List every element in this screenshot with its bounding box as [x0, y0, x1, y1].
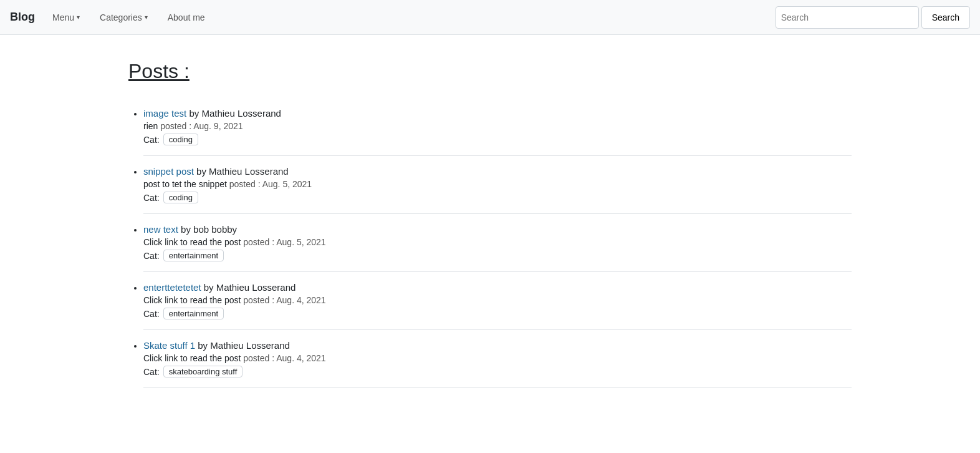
post-cat-line: Cat: skateboarding stuff [143, 366, 852, 378]
post-title-link[interactable]: snippet post [143, 166, 194, 177]
post-title-line: Skate stuff 1 by Mathieu Losserand [143, 340, 852, 351]
post-description: rien [143, 121, 158, 131]
navbar: Blog Menu ▾ Categories ▾ About me Search [0, 0, 980, 35]
menu-dropdown[interactable]: Menu ▾ [45, 7, 87, 27]
post-description-line: post to tet the snippet posted : Aug. 5,… [143, 179, 852, 189]
cat-label: Cat: [143, 135, 160, 145]
page-title: Posts : [128, 60, 852, 83]
search-button[interactable]: Search [921, 6, 970, 29]
post-author: by Mathieu Losserand [196, 166, 289, 177]
list-item: Skate stuff 1 by Mathieu Losserand Click… [143, 330, 852, 388]
post-title-link[interactable]: image test [143, 108, 186, 119]
post-cat-line: Cat: coding [143, 192, 852, 203]
post-date: posted : Aug. 9, 2021 [160, 121, 243, 131]
post-description: post to tet the snippet [143, 179, 227, 189]
post-description: Click link to read the post [143, 295, 241, 305]
about-link[interactable]: About me [160, 7, 213, 27]
list-item: snippet post by Mathieu Losserand post t… [143, 156, 852, 214]
post-cat-line: Cat: entertainment [143, 250, 852, 261]
post-date: posted : Aug. 5, 2021 [243, 237, 325, 247]
list-item: new text by bob bobby Click link to read… [143, 214, 852, 272]
post-title-link[interactable]: new text [143, 224, 178, 235]
post-date: posted : Aug. 4, 2021 [243, 295, 325, 305]
post-description-line: Click link to read the post posted : Aug… [143, 295, 852, 305]
menu-label: Menu [52, 12, 74, 22]
categories-caret-icon: ▾ [145, 14, 148, 21]
post-author: by bob bobby [181, 224, 237, 235]
list-item: image test by Mathieu Losserand rien pos… [143, 98, 852, 156]
nav-item-about: About me [160, 7, 213, 27]
brand-link[interactable]: Blog [10, 11, 35, 24]
cat-badge: entertainment [163, 308, 224, 319]
posts-list: image test by Mathieu Losserand rien pos… [128, 98, 852, 388]
post-author: by Mathieu Losserand [198, 340, 290, 351]
post-author: by Mathieu Losserand [189, 108, 281, 119]
cat-label: Cat: [143, 251, 160, 261]
search-form: Search [776, 6, 970, 29]
nav-item-categories: Categories ▾ [92, 7, 155, 27]
cat-badge: coding [163, 134, 198, 145]
post-title-line: enterttetetetet by Mathieu Losserand [143, 282, 852, 293]
post-title-line: image test by Mathieu Losserand [143, 108, 852, 119]
cat-label: Cat: [143, 367, 160, 377]
nav-item-menu: Menu ▾ [45, 7, 87, 27]
main-content: Posts : image test by Mathieu Losserand … [54, 35, 926, 413]
cat-label: Cat: [143, 309, 160, 319]
menu-caret-icon: ▾ [77, 14, 80, 21]
post-title-line: new text by bob bobby [143, 224, 852, 235]
list-item: enterttetetetet by Mathieu Losserand Cli… [143, 272, 852, 330]
post-description-line: Click link to read the post posted : Aug… [143, 237, 852, 247]
post-cat-line: Cat: coding [143, 134, 852, 145]
nav-menu: Menu ▾ Categories ▾ About me [45, 7, 776, 27]
post-title-link[interactable]: enterttetetetet [143, 282, 201, 293]
post-date: posted : Aug. 4, 2021 [243, 353, 325, 363]
post-title-line: snippet post by Mathieu Losserand [143, 166, 852, 177]
categories-label: Categories [100, 12, 142, 22]
post-description: Click link to read the post [143, 237, 241, 247]
post-cat-line: Cat: entertainment [143, 308, 852, 319]
categories-dropdown[interactable]: Categories ▾ [92, 7, 155, 27]
post-description: Click link to read the post [143, 353, 241, 363]
cat-badge: coding [163, 192, 198, 203]
post-description-line: Click link to read the post posted : Aug… [143, 353, 852, 363]
cat-badge: skateboarding stuff [163, 366, 243, 378]
cat-label: Cat: [143, 193, 160, 203]
post-description-line: rien posted : Aug. 9, 2021 [143, 121, 852, 131]
search-input[interactable] [776, 6, 919, 29]
post-author: by Mathieu Losserand [204, 282, 296, 293]
post-date: posted : Aug. 5, 2021 [229, 179, 312, 189]
post-title-link[interactable]: Skate stuff 1 [143, 340, 195, 351]
cat-badge: entertainment [163, 250, 224, 261]
